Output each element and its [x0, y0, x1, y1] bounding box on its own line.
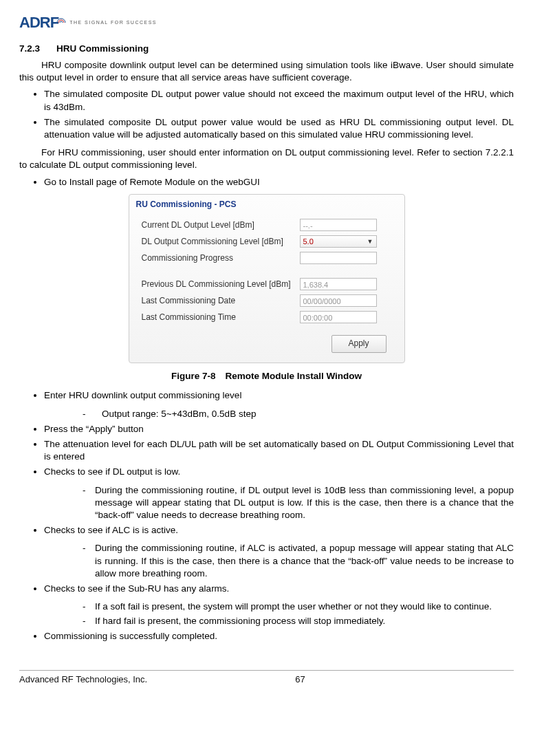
bulleted-list: Go to Install page of Remote Module on t…	[19, 176, 514, 188]
field-row-commissioning-progress: Commissioning Progress	[129, 250, 404, 266]
dash-list: If a soft fail is present, the system wi…	[19, 601, 514, 627]
bulleted-list: Enter HRU downlink output commissioning …	[19, 389, 514, 402]
page-footer: Advanced RF Technologies, Inc. 67	[19, 670, 514, 686]
figure-caption: Figure 7-8Remote Module Install Window	[19, 370, 514, 382]
list-item: During the commissioning routine, if DL …	[83, 484, 514, 522]
current-dl-output-field: --.-	[300, 219, 377, 231]
logo-tagline: THE SIGNAL FOR SUCCESS	[69, 19, 157, 25]
chevron-down-icon: ▼	[367, 235, 373, 248]
field-label: DL Output Commissioning Level [dBm]	[142, 236, 300, 247]
field-label: Last Commissioning Date	[142, 295, 300, 306]
list-item: During the commissioning routine, if ALC…	[83, 542, 514, 580]
list-item: Checks to see if DL output is low.	[44, 466, 514, 478]
field-label: Last Commissioning Time	[142, 312, 300, 323]
list-item: The simulated composite DL output power …	[44, 116, 514, 141]
commissioning-progress-field	[300, 252, 377, 264]
footer-company: Advanced RF Technologies, Inc.	[19, 673, 147, 686]
footer-page-number: 67	[295, 673, 305, 686]
dash-list: During the commissioning routine, if DL …	[19, 484, 514, 522]
bulleted-list: Commissioning is successfully completed.	[19, 630, 514, 642]
logo-text: ADRF	[19, 12, 58, 33]
field-row-last-commissioning-time: Last Commissioning Time 00:00:00	[129, 309, 404, 325]
list-item: If a soft fail is present, the system wi…	[83, 601, 514, 613]
wave-icon	[56, 17, 67, 28]
last-commissioning-date-field: 00/00/0000	[300, 294, 377, 307]
panel-title: RU Commissioning - PCS	[129, 195, 404, 217]
figure-number: Figure 7-8	[171, 371, 216, 381]
field-row-previous-dl-level: Previous DL Commissioning Level [dBm] 1,…	[129, 276, 404, 292]
field-label: Previous DL Commissioning Level [dBm]	[142, 279, 300, 290]
previous-dl-level-field: 1,638.4	[300, 278, 377, 290]
field-row-last-commissioning-date: Last Commissioning Date 00/00/0000	[129, 292, 404, 309]
body-paragraph: For HRU commissioning, user should enter…	[19, 147, 514, 171]
section-title: HRU Commissioning	[56, 43, 149, 55]
list-item: Go to Install page of Remote Module on t…	[44, 176, 514, 188]
section-number: 7.2.3	[19, 43, 40, 55]
list-item: Checks to see if ALC is is active.	[44, 524, 514, 537]
bulleted-list: Checks to see if ALC is is active.	[19, 524, 514, 537]
bulleted-list: Checks to see if the Sub-RU has any alar…	[19, 583, 514, 595]
body-paragraph: HRU composite downlink output level can …	[19, 59, 514, 84]
list-item: If hard fail is present, the commissioni…	[83, 615, 514, 627]
apply-button[interactable]: Apply	[331, 335, 387, 353]
dash-list: Output range: 5~+43dBm, 0.5dB step	[19, 408, 514, 420]
field-label: Current DL Output Level [dBm]	[142, 219, 300, 230]
list-item: The simulated composite DL output power …	[44, 88, 514, 113]
list-item: Press the “Apply” button	[44, 423, 514, 435]
dl-commissioning-level-select[interactable]: 5.0 ▼	[300, 235, 377, 248]
select-value: 5.0	[303, 235, 314, 248]
list-item: Checks to see if the Sub-RU has any alar…	[44, 583, 514, 595]
bulleted-list: The simulated composite DL output power …	[19, 88, 514, 141]
field-row-current-dl-output: Current DL Output Level [dBm] --.-	[129, 217, 404, 233]
field-label: Commissioning Progress	[142, 252, 300, 263]
list-item: Output range: 5~+43dBm, 0.5dB step	[83, 408, 514, 420]
last-commissioning-time-field: 00:00:00	[300, 311, 377, 323]
field-row-dl-commissioning-level: DL Output Commissioning Level [dBm] 5.0 …	[129, 233, 404, 250]
header-logo: ADRF THE SIGNAL FOR SUCCESS	[19, 12, 514, 33]
dash-list: During the commissioning routine, if ALC…	[19, 542, 514, 580]
bulleted-list: Press the “Apply” button The attenuation…	[19, 423, 514, 479]
section-heading: 7.2.3 HRU Commissioning	[19, 43, 514, 55]
list-item: The attenuation level for each DL/UL pat…	[44, 438, 514, 463]
list-item: Commissioning is successfully completed.	[44, 630, 514, 642]
list-item: Enter HRU downlink output commissioning …	[44, 389, 514, 402]
ru-commissioning-panel: RU Commissioning - PCS Current DL Output…	[129, 194, 405, 363]
figure-title: Remote Module Install Window	[225, 371, 362, 381]
